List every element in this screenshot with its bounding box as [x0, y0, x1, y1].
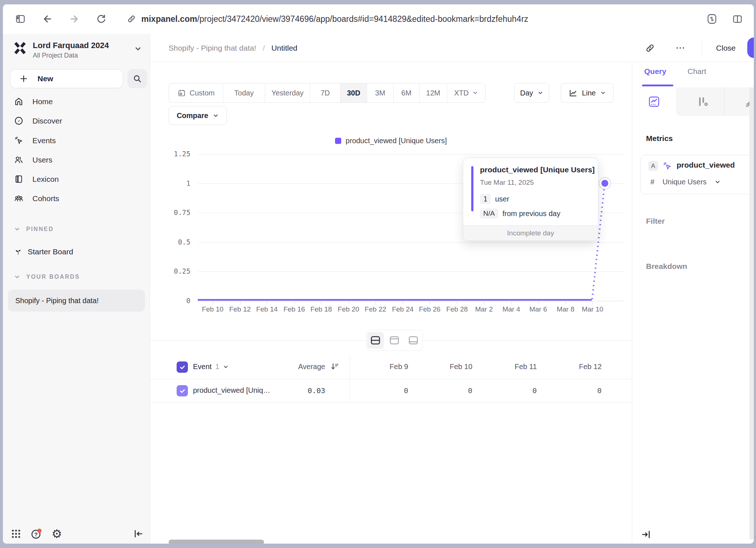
- collapse-sidebar-icon[interactable]: [131, 527, 146, 541]
- funnels-icon: [696, 95, 709, 108]
- mixpanel-logo-icon: [13, 41, 27, 55]
- row-average-value: 0.03: [267, 386, 325, 395]
- breakdown-section-label[interactable]: Breakdown: [646, 262, 687, 271]
- tab-divider: [724, 87, 725, 116]
- chevron-down-icon: [223, 364, 229, 370]
- search-button[interactable]: [127, 69, 147, 88]
- row-checkbox[interactable]: [177, 385, 188, 396]
- close-button[interactable]: Close: [716, 44, 736, 52]
- apps-grid-icon[interactable]: [9, 527, 23, 541]
- filter-section-label[interactable]: Filter: [646, 217, 665, 226]
- sidebar-item-lexicon[interactable]: Lexicon: [3, 169, 150, 189]
- layout-table-only-button[interactable]: [405, 332, 422, 349]
- sidebar-item-home[interactable]: Home: [3, 92, 150, 111]
- date-column-header[interactable]: Feb 10: [408, 363, 472, 371]
- sidebar-item-label: Lexicon: [32, 175, 59, 184]
- your-boards-section-header[interactable]: YOUR BOARDS: [14, 274, 80, 280]
- sidebar-item-label: Users: [32, 156, 52, 164]
- header-divider: [702, 41, 702, 55]
- search-icon: [133, 74, 142, 83]
- split-view-icon[interactable]: [729, 11, 745, 27]
- sidebar-item-board-shopify[interactable]: Shopify - Piping that data!: [8, 290, 145, 312]
- panel-scrollbar-track[interactable]: [749, 87, 754, 539]
- layout-split-button[interactable]: [367, 332, 384, 349]
- pinned-section-header[interactable]: PINNED: [14, 226, 54, 232]
- tooltip-footer: Incomplete day: [463, 225, 598, 240]
- new-button[interactable]: New: [10, 69, 123, 88]
- collapse-panel-icon[interactable]: [641, 529, 651, 540]
- average-column-header[interactable]: Average: [267, 363, 325, 371]
- table-header-row: Event 1 Average Feb 9 Feb 10 Feb 11 Feb …: [150, 355, 632, 379]
- sidebar-item-label: Discover: [32, 117, 62, 125]
- breadcrumb-separator: /: [263, 44, 265, 52]
- tooltip-delta-text: from previous day: [503, 210, 560, 218]
- settings-gear-icon[interactable]: ⚙: [50, 527, 64, 541]
- your-boards-label: YOUR BOARDS: [26, 274, 80, 280]
- breadcrumb-report[interactable]: Untitled: [271, 44, 297, 52]
- save-button-edge[interactable]: [747, 38, 754, 58]
- aggregation-label: Unique Users: [662, 178, 706, 186]
- browser-window: mixpanel.com/project/3472420/view/397469…: [3, 4, 754, 544]
- layout-chart-only-button[interactable]: [386, 332, 403, 349]
- data-point: [602, 180, 609, 187]
- event-cursor-icon: [662, 161, 672, 171]
- sidebar-item-cohorts[interactable]: Cohorts: [3, 189, 150, 208]
- row-cell-value: 0: [344, 386, 408, 395]
- new-button-label: New: [38, 74, 53, 83]
- main-area: Shopify - Piping that data! / Untitled ⋯…: [150, 34, 754, 544]
- horizontal-scrollbar-thumb[interactable]: [169, 540, 264, 544]
- sidebar-item-label: Cohorts: [32, 194, 59, 203]
- cohorts-icon: [14, 193, 24, 203]
- tab-chart[interactable]: Chart: [688, 67, 706, 76]
- event-column-header[interactable]: Event 1: [193, 363, 229, 371]
- help-icon[interactable]: ?: [29, 527, 44, 541]
- metric-aggregation[interactable]: # Unique Users: [650, 178, 721, 186]
- metric-letter-chip: A: [648, 161, 658, 171]
- funnels-tab[interactable]: [681, 87, 724, 116]
- insights-tab[interactable]: [632, 87, 676, 116]
- url-link-icon: [127, 14, 136, 24]
- project-scope: All Project Data: [33, 52, 78, 59]
- url-bar[interactable]: mixpanel.com/project/3472420/view/397469…: [127, 11, 528, 27]
- home-icon: [14, 97, 24, 106]
- tooltip-value-unit: user: [495, 195, 509, 203]
- breadcrumb-board[interactable]: Shopify - Piping that data!: [169, 44, 256, 52]
- sidebar-item-users[interactable]: Users: [3, 150, 150, 169]
- metric-event-name[interactable]: product_viewed: [677, 161, 735, 169]
- reload-icon[interactable]: [93, 11, 109, 27]
- browser-sidebar-toggle-icon[interactable]: [12, 11, 28, 27]
- row-event-name: product_viewed [Unique Users]: [193, 386, 271, 395]
- row-cell-value: 0: [408, 386, 472, 395]
- date-column-header[interactable]: Feb 9: [344, 363, 408, 371]
- sidebar-item-starter-board[interactable]: Starter Board: [14, 247, 73, 256]
- table-row[interactable]: product_viewed [Unique Users] 0.03 0 0 0…: [150, 379, 632, 403]
- url-path: /project/3472420/view/3974696/app/boards…: [197, 14, 528, 24]
- browser-toolbar: mixpanel.com/project/3472420/view/397469…: [3, 4, 754, 34]
- tab-query[interactable]: Query: [644, 67, 666, 76]
- date-column-header[interactable]: Feb 11: [472, 363, 537, 371]
- insights-icon: [648, 95, 660, 108]
- chart-tooltip: product_viewed [Unique Users] Tue Mar 11…: [463, 158, 598, 241]
- date-column-header[interactable]: Feb 12: [537, 363, 602, 371]
- project-name[interactable]: Lord Farquaad 2024: [33, 41, 109, 50]
- report-content: Custom Today Yesterday 7D 30D 3M 6M 12M …: [150, 62, 632, 544]
- sidebar-item-label: Events: [32, 136, 56, 145]
- project-chevron-down-icon[interactable]: [134, 45, 142, 53]
- query-panel: Query Chart Metrics A: [632, 62, 754, 544]
- metric-card[interactable]: A product_viewed # Unique Users: [640, 155, 754, 194]
- sidebar-item-discover[interactable]: Discover: [3, 111, 150, 130]
- more-options-icon[interactable]: ⋯: [676, 42, 686, 54]
- tooltip-value: 1: [480, 194, 491, 204]
- sidebar-item-events[interactable]: Events: [3, 131, 150, 150]
- select-all-checkbox[interactable]: [177, 361, 188, 373]
- row-cell-value: 0: [537, 386, 602, 395]
- aggregation-symbol: #: [650, 178, 654, 186]
- board-label: Starter Board: [28, 247, 73, 256]
- tooltip-title: product_viewed [Unique Users]: [480, 165, 595, 174]
- copy-link-icon[interactable]: [645, 43, 655, 53]
- forward-icon[interactable]: [66, 11, 82, 27]
- report-type-tabs: [632, 87, 754, 116]
- sort-icon[interactable]: [330, 362, 339, 371]
- back-icon[interactable]: [39, 11, 55, 27]
- page-settings-icon[interactable]: [704, 11, 720, 27]
